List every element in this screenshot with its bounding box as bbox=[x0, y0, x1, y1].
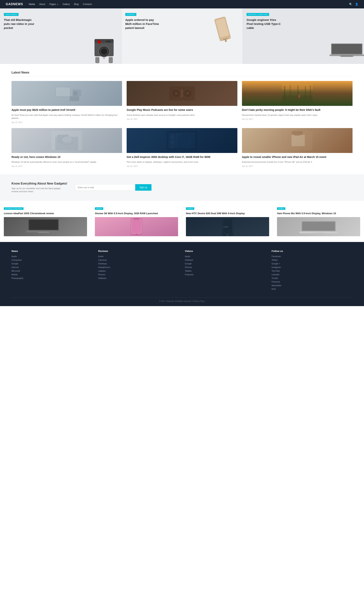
user-icon[interactable]: 👤 bbox=[355, 3, 358, 6]
footer-news-link-2[interactable]: Google bbox=[12, 262, 92, 265]
product-img-3 bbox=[277, 217, 360, 236]
news-card-2[interactable]: Don't hate perky morning people: It migh… bbox=[242, 81, 352, 123]
footer-videos-link-5[interactable]: Podcasts bbox=[185, 273, 266, 276]
svg-point-52 bbox=[171, 141, 174, 144]
news-date-1: Jan 16, 2017 bbox=[127, 118, 237, 120]
newsletter-email-input[interactable] bbox=[75, 184, 135, 191]
navbar: GADNEWS Home About Pages ▼ Gallery Blog … bbox=[0, 0, 364, 8]
svg-rect-7 bbox=[109, 57, 113, 63]
hero-img-0 bbox=[87, 22, 121, 64]
product-item-2[interactable]: MOBILE New HTC Desire 626 Dual SIM With … bbox=[182, 207, 273, 236]
footer-reviews-link-2[interactable]: Desktops bbox=[98, 262, 179, 265]
product-item-3[interactable]: MOBILE Vaio Phone Biz With 5.5-Inch Disp… bbox=[273, 207, 364, 236]
hero-section: CAMCORDERS That old Blackmagic puts raw … bbox=[0, 8, 364, 64]
footer-news-link-1[interactable]: Computers bbox=[12, 259, 92, 261]
news-img-5 bbox=[242, 128, 352, 153]
product-badge-3: MOBILE bbox=[277, 207, 285, 210]
footer-follow-link-6[interactable]: Tumblr bbox=[272, 277, 352, 279]
newsletter-signup-button[interactable]: Sign up bbox=[135, 184, 152, 191]
svg-point-76 bbox=[227, 234, 228, 236]
news-title-3: Ready or not, here comes Windows 10 bbox=[12, 155, 122, 159]
hero-item-0[interactable]: CAMCORDERS That old Blackmagic puts raw … bbox=[0, 8, 121, 64]
news-img-0 bbox=[12, 81, 122, 106]
footer-reviews-col: Reviews Audio Cameras Desktops Headphone… bbox=[98, 250, 179, 292]
svg-rect-37 bbox=[284, 86, 285, 99]
footer-videos-link-4[interactable]: Tablets bbox=[185, 270, 266, 272]
footer-videos-col: Videos Apple Software Google Phones Tabl… bbox=[185, 250, 266, 292]
footer-videos-link-1[interactable]: Software bbox=[185, 259, 266, 261]
product-item-1[interactable]: MOBILE Gionee S6 With 5.5-Inch Display, … bbox=[91, 207, 182, 236]
footer-videos-title: Videos bbox=[185, 250, 266, 253]
footer-news-title: News bbox=[12, 250, 92, 253]
svg-rect-20 bbox=[56, 87, 70, 96]
news-date-2: Jan 16, 2017 bbox=[242, 118, 352, 120]
hero-badge-2: PERSONAL COMPUTING bbox=[247, 13, 269, 16]
hero-img-2 bbox=[330, 22, 364, 64]
svg-rect-55 bbox=[180, 133, 195, 134]
nav-blog[interactable]: Blog bbox=[74, 3, 79, 6]
svg-rect-6 bbox=[95, 57, 99, 63]
footer-news-link-6[interactable]: Photography bbox=[12, 277, 92, 279]
nav-actions: 🔍 👤 bbox=[349, 3, 358, 6]
news-excerpt-2: Researchers tracked down 15 genetic regi… bbox=[242, 113, 352, 117]
svg-rect-18 bbox=[339, 56, 355, 57]
footer-follow-link-5[interactable]: LinkedIn bbox=[272, 273, 352, 276]
footer-reviews-link-4[interactable]: Laptops bbox=[98, 270, 179, 272]
news-card-3[interactable]: Ready or not, here comes Windows 10 Wind… bbox=[12, 128, 122, 167]
nav-home[interactable]: Home bbox=[29, 3, 35, 6]
footer-reviews-link-1[interactable]: Cameras bbox=[98, 259, 179, 261]
footer-follow-link-7[interactable]: Pinterest bbox=[272, 281, 352, 283]
product-badge-1: MOBILE bbox=[95, 207, 103, 210]
newsletter-section: Know Everything About New Gadgets! Sign … bbox=[0, 174, 364, 201]
product-img-1 bbox=[95, 217, 178, 236]
news-date-4: Jan 16, 2017 bbox=[127, 165, 237, 167]
news-excerpt-4: Plus more deals on laptops, desktops, Lo… bbox=[127, 161, 237, 164]
svg-point-70 bbox=[136, 233, 137, 235]
footer-follow-link-2[interactable]: Google + bbox=[272, 262, 352, 265]
footer-news-link-3[interactable]: Internet bbox=[12, 266, 92, 268]
news-card-5[interactable]: Apple to reveal smaller iPhone and new i… bbox=[242, 128, 352, 167]
search-icon[interactable]: 🔍 bbox=[349, 3, 352, 6]
footer-news-link-4[interactable]: Microsoft bbox=[12, 270, 92, 272]
news-card-1[interactable]: Google Play Music Podcasts are live for … bbox=[127, 81, 237, 123]
nav-pages[interactable]: Pages ▼ bbox=[49, 3, 58, 6]
footer-videos-link-3[interactable]: Phones bbox=[185, 266, 266, 268]
news-title-5: Apple to reveal smaller iPhone and new i… bbox=[242, 155, 352, 159]
news-card-4[interactable]: Get a Dell Inspiron 3000 desktop with Co… bbox=[127, 128, 237, 167]
footer-follow-link-4[interactable]: YouTube bbox=[272, 270, 352, 272]
svg-point-53 bbox=[171, 146, 174, 149]
site-logo[interactable]: GADNEWS bbox=[6, 2, 23, 6]
news-card-0[interactable]: Apple must pay $626 million to patent tr… bbox=[12, 81, 122, 123]
hero-item-2[interactable]: PERSONAL COMPUTING Google engineer fries… bbox=[243, 8, 364, 64]
svg-rect-66 bbox=[38, 232, 49, 233]
hero-title-2: Google engineer fries Pixel testing USB … bbox=[247, 18, 281, 30]
footer-follow-col: Follow us Facebook Twitter Google + Inst… bbox=[272, 250, 352, 292]
footer-reviews-link-5[interactable]: Phones bbox=[98, 273, 179, 276]
svg-point-42 bbox=[298, 94, 300, 98]
footer-news-link-5[interactable]: Mobile bbox=[12, 273, 92, 276]
news-excerpt-0: An East Texas jury has ruled that Apple … bbox=[12, 113, 122, 120]
footer-reviews-link-3[interactable]: Headphones bbox=[98, 266, 179, 268]
nav-about[interactable]: About bbox=[39, 3, 45, 6]
footer-videos-link-0[interactable]: Apple bbox=[185, 255, 266, 257]
product-title-2: New HTC Desire 626 Dual SIM With 5-Inch … bbox=[186, 212, 269, 215]
svg-rect-54 bbox=[176, 133, 177, 148]
nav-gallery[interactable]: Gallery bbox=[63, 3, 70, 6]
hero-badge-1: INTERNET bbox=[125, 13, 136, 16]
footer-videos-link-2[interactable]: Google bbox=[185, 262, 266, 265]
svg-point-3 bbox=[101, 48, 107, 55]
product-item-0[interactable]: REVIEWS & PREVIEWS Lenovo IdeaPad 100S C… bbox=[0, 207, 91, 236]
footer-reviews-link-0[interactable]: Audio bbox=[98, 255, 179, 257]
footer-follow-link-0[interactable]: Facebook bbox=[272, 255, 352, 257]
footer-follow-link-3[interactable]: Instagram bbox=[272, 266, 352, 268]
footer-reviews-link-6[interactable]: Software bbox=[98, 277, 179, 279]
product-title-1: Gionee S6 With 5.5-Inch Display, 3GB RAM… bbox=[95, 212, 178, 215]
svg-rect-80 bbox=[313, 233, 325, 234]
nav-contacts[interactable]: Contacts bbox=[83, 3, 92, 6]
footer-news-link-0[interactable]: Apple bbox=[12, 255, 92, 257]
footer-follow-link-1[interactable]: Twitter bbox=[272, 259, 352, 261]
hero-item-1[interactable]: INTERNET Apple ordered to pay $625 milli… bbox=[121, 8, 243, 64]
footer-follow-link-8[interactable]: Newsletter bbox=[272, 284, 352, 287]
footer-follow-link-9[interactable]: RSS bbox=[272, 288, 352, 290]
news-img-2 bbox=[242, 81, 352, 106]
